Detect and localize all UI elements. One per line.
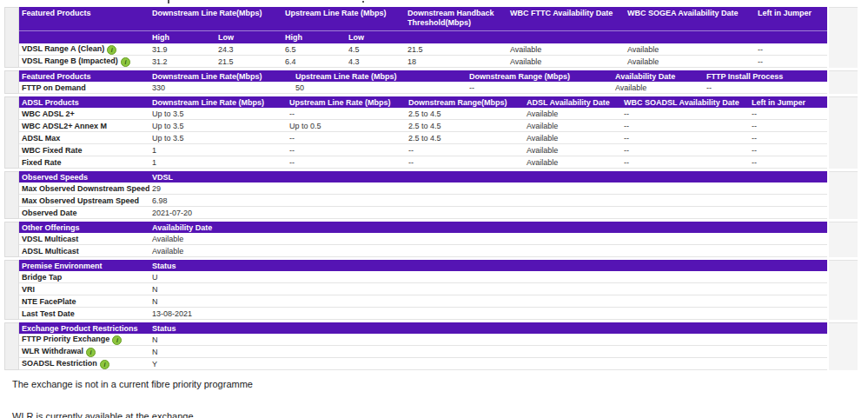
header-cell: Downstream Line Rate(Mbps) [149,70,293,82]
left-gutter [4,322,19,370]
info-icon[interactable]: i [121,57,130,67]
cell-text: Available [152,247,183,255]
cell-text: -- [752,134,757,143]
right-strip [829,322,858,370]
left-gutter [4,70,19,94]
section-header: Premise EnvironmentStatus [19,260,827,271]
cell-text: 21.5 [218,57,234,66]
cell: -- [287,158,406,167]
header-cell: Upstream Line Rate (Mbps) [293,70,467,82]
info-icon[interactable]: i [107,45,116,55]
section-table-premise-environment: Premise EnvironmentStatusBridge TapUVRIN… [19,260,827,320]
cell: -- [287,109,406,118]
cell: 18 [405,57,507,66]
info-icon[interactable]: i [100,360,109,369]
header-cell: WBC FTTC Availability Date [507,7,625,18]
section-other-offerings: Other OfferingsAvailability DateVDSL Mul… [4,222,858,257]
section-featured-fttp: Featured ProductsDownstream Line Rate(Mb… [4,70,858,94]
cell-text: -- [752,122,757,130]
cell: 31.9 [149,45,215,54]
left-gutter [4,7,19,68]
cell: Up to 3.5 [149,122,287,130]
row-label: VRI [19,285,149,294]
cell-text: WBC ADSL2+ Annex M [22,122,107,130]
cell-text: VDSL Multicast [22,235,78,243]
cell: N [149,297,827,306]
cell-text: N [152,335,158,344]
cell-text: -- [408,158,414,167]
left-gutter [4,222,19,257]
cell-text: SOADSL Restriction [22,359,97,368]
cell-text: 50 [295,83,304,92]
cell: 6.5 [282,45,346,54]
cell-text: 31.9 [152,45,168,54]
table-row: VRIN [19,283,827,295]
header-cell: Downstream Line Rate(Mbps) [149,7,282,18]
cell-text: N [152,285,158,294]
cell: -- [755,57,827,66]
cell: N [149,335,827,344]
row-label: Bridge Tap [19,273,149,282]
header-cell: Downstream Line Rate (Mbps) [149,96,287,108]
table-row: VDSL Range A (Clean)i31.924.36.54.521.5A… [19,43,827,56]
subheader-cell: High [149,33,215,42]
cell-text: 4.3 [348,57,360,66]
section-subheader: HighLowHighLow [19,30,827,43]
row-label: ADSL Multicast [19,247,149,255]
cell-text: N [152,348,158,356]
header-cell: Downstream Range(Mbps) [406,96,524,108]
cell-text: -- [289,158,295,167]
cell: -- [621,134,749,143]
row-label: VDSL Multicast [19,235,149,243]
cell-text: 2.5 to 4.5 [408,134,441,143]
section-header: Featured ProductsDownstream Line Rate(Mb… [19,70,827,82]
info-icon[interactable]: i [112,335,122,345]
cell: Up to 3.5 [149,109,287,118]
row-label: FTTP Priority Exchangei [19,335,149,345]
row-label: SOADSL Restrictioni [19,359,149,369]
section-exchange-product-restrictions: Exchange Product RestrictionsStatusFTTP … [4,322,858,370]
cell-text: ADSL Max [22,134,60,143]
cell: Available [507,45,625,54]
table-row: Max Observed Upstream Speed6.98 [19,195,827,207]
row-label: ADSL Max [19,134,149,143]
right-strip [829,171,858,219]
section-header: Other OfferingsAvailability Date [19,222,827,233]
cell-text: 6.98 [152,196,168,205]
cell: 4.3 [346,57,405,66]
cell: 21.5 [215,57,282,66]
row-label: Max Observed Downstream Speed [19,184,149,193]
row-label: FTTP on Demand [19,83,149,92]
table-row: WBC Fixed Rate1----Available---- [19,144,827,156]
clipped-text-fragment [168,0,169,3]
cell-text: NTE FacePlate [22,297,76,306]
cell-text: VDSL Range B (Impacted) [22,56,118,65]
info-icon[interactable]: i [86,348,96,357]
right-strip [829,70,858,94]
cell-text: Up to 0.5 [289,122,321,130]
row-label: VDSL Range A (Clean)i [19,44,149,55]
cell: Available [613,83,704,92]
cell-text: Available [152,235,183,243]
cell: Up to 3.5 [149,134,287,143]
header-cell: WBC SOGEA Availability Date [625,7,755,18]
cell-text: -- [624,134,629,143]
cell: 1 [149,146,287,155]
cell-text: Last Test Date [22,309,75,318]
subheader-cell: Low [346,33,405,42]
cell-text: Max Observed Upstream Speed [22,196,139,205]
cell: 2021-07-20 [149,209,827,217]
header-cell: Observed Speeds [19,171,149,182]
cell: -- [749,122,827,130]
cell: -- [406,146,524,155]
row-label: Max Observed Upstream Speed [19,196,149,205]
cell-text: WBC ADSL 2+ [22,109,75,118]
cell-text: WLR Withdrawal [22,347,83,355]
cell: Available [507,57,625,66]
cell-text: 18 [407,57,416,66]
section-observed-speeds: Observed SpeedsVDSLMax Observed Downstre… [4,171,858,219]
table-row: VDSL Range B (Impacted)i31.221.56.44.318… [19,56,827,68]
note-fibre-priority: The exchange is not in a current fibre p… [12,379,846,390]
cell-text: Observed Date [22,209,77,217]
section-premise-environment: Premise EnvironmentStatusBridge TapUVRIN… [4,260,858,320]
